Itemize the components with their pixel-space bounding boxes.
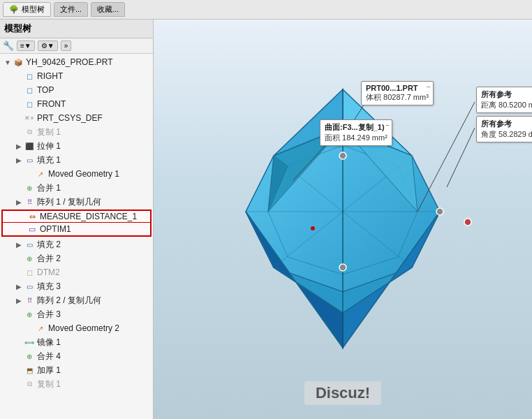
model-svg	[154, 20, 532, 419]
array-icon1: ⠿	[24, 196, 35, 207]
merge-icon4: ⊕	[24, 351, 35, 362]
tree-item-copy1[interactable]: ⧉ 复制 1	[0, 125, 153, 139]
left-panel: 模型树 🔧 ≡▼ ⚙▼ » ▼ 📦 YH_90426_PROE.PRT ◻ RI…	[0, 20, 154, 419]
all-ref-angle-title: 所有参考	[481, 119, 532, 129]
svg-point-25	[464, 219, 471, 226]
tree-item-fill3[interactable]: ▶ ▭ 填充 3	[0, 279, 153, 293]
expand-fill2[interactable]: ▶	[14, 241, 24, 249]
tab-file[interactable]: 文件...	[54, 2, 88, 17]
tab-bookmarks-label: 收藏...	[97, 4, 119, 15]
svg-marker-1	[268, 145, 418, 274]
label-fill2: 填充 2	[37, 239, 61, 251]
svg-marker-9	[246, 212, 343, 348]
root-icon: 📦	[13, 57, 24, 68]
tree-item-top[interactable]: ◻ TOP	[0, 83, 153, 97]
tree-icon: 🌳	[9, 5, 19, 14]
svg-point-23	[339, 264, 346, 271]
moved-icon2: ↗	[35, 323, 46, 334]
tab-model-tree[interactable]: 🌳 模型树	[3, 2, 51, 17]
svg-marker-14	[268, 156, 288, 212]
mirror-icon1: ⟺	[24, 337, 35, 348]
tab-bookmarks[interactable]: 收藏...	[91, 2, 125, 17]
merge-icon2: ⊕	[24, 253, 35, 264]
expand-extrude1[interactable]: ▶	[14, 142, 24, 150]
merge-icon1: ⊕	[24, 182, 35, 193]
tree-item-fill1[interactable]: ▶ ▭ 填充 1	[0, 153, 153, 167]
tree-item-moved-geo2[interactable]: ↗ Moved Geometry 2	[0, 321, 153, 335]
all-ref-dist-title: 所有参考	[481, 89, 532, 100]
label-merge3: 合并 3	[37, 309, 61, 321]
copy-icon2: ⧉	[24, 378, 35, 390]
annotation-prt-vol[interactable]: − PRT00...1.PRT 体积 80287.7 mm³	[361, 81, 434, 105]
tree-item-front[interactable]: ◻ FRONT	[0, 97, 153, 111]
label-fill1: 填充 1	[37, 154, 61, 166]
tree-filter-btn[interactable]: ⚙▼	[38, 41, 58, 51]
tree-title: 模型树	[4, 22, 31, 35]
fill-icon1: ▭	[24, 154, 35, 166]
fill-icon2: ▭	[24, 239, 35, 250]
expand-array1[interactable]: ▶	[14, 198, 24, 206]
optim-icon1: ▭	[27, 223, 38, 235]
tree-toolbar: 🔧 ≡▼ ⚙▼ »	[0, 38, 153, 54]
svg-line-20	[418, 102, 475, 212]
prt-vol-title: PRT00...1.PRT	[366, 84, 429, 92]
label-fill3: 填充 3	[37, 281, 61, 293]
label-merge2: 合并 2	[37, 253, 61, 265]
plane-icon-front: ◻	[24, 98, 35, 110]
tree-item-right[interactable]: ◻ RIGHT	[0, 69, 153, 83]
thicken-icon1: ⬒	[24, 365, 35, 376]
tree-header: 模型树	[0, 20, 153, 38]
expand-fill1[interactable]: ▶	[14, 156, 24, 164]
tree-item-csys[interactable]: ✕× PRT_CSYS_DEF	[0, 111, 153, 125]
label-right: RIGHT	[37, 71, 63, 81]
expand-fill3[interactable]: ▶	[14, 283, 24, 291]
annotation-all-ref-angle[interactable]: − 所有参考 角度 58.2829 deg	[476, 116, 532, 142]
tree-item-mirror1[interactable]: ⟺ 镜像 1	[0, 335, 153, 349]
label-array1: 阵列 1 / 复制几何	[37, 196, 101, 208]
annotation-surface-area[interactable]: − 曲面:F3...复制_1) 面积 184.249 mm²	[320, 119, 392, 146]
svg-marker-8	[274, 267, 412, 313]
viewport[interactable]: − PRT00...1.PRT 体积 80287.7 mm³ − 曲面:F3..…	[154, 20, 532, 419]
tree-item-measure1[interactable]: ⇔ MEASURE_DISTANCE_1	[1, 210, 152, 223]
tree-item-optim1[interactable]: ▭ OPTIM1	[1, 223, 152, 237]
tree-item-extrude1[interactable]: ▶ ⬛ 拉伸 1	[0, 139, 153, 153]
expand-array2[interactable]: ▶	[14, 297, 24, 304]
label-dtm2: DTM2	[37, 267, 60, 277]
tree-item-merge3[interactable]: ⊕ 合并 3	[0, 307, 153, 321]
tree-item-merge4[interactable]: ⊕ 合并 4	[0, 349, 153, 363]
label-copy1: 复制 1	[37, 126, 61, 138]
annotation-all-ref-dist[interactable]: − 所有参考 距离 80.5200 mm	[476, 87, 532, 113]
tree-item-merge2[interactable]: ⊕ 合并 2	[0, 251, 153, 265]
tree-item-merge1[interactable]: ⊕ 合并 1	[0, 181, 153, 195]
watermark: Discuz!	[304, 381, 381, 405]
label-thicken1: 加厚 1	[37, 365, 61, 376]
svg-marker-7	[343, 212, 440, 348]
close-surface-area[interactable]: −	[385, 122, 390, 129]
svg-marker-6	[246, 212, 343, 348]
tree-item-thicken1[interactable]: ⬒ 加厚 1	[0, 363, 153, 377]
svg-line-5	[274, 156, 412, 267]
tree-item-moved-geo1[interactable]: ↗ Moved Geometry 1	[0, 167, 153, 181]
label-copy2: 复制 1	[37, 378, 61, 390]
tree-item-dtm2[interactable]: ◻ DTM2	[0, 265, 153, 279]
fill-icon3: ▭	[24, 281, 35, 292]
red-dot	[311, 226, 315, 230]
extrude-icon1: ⬛	[24, 140, 35, 152]
tree-expand-btn[interactable]: »	[61, 41, 72, 51]
tree-item-fill2[interactable]: ▶ ▭ 填充 2	[0, 237, 153, 251]
all-ref-angle-value: 角度 58.2829 deg	[481, 129, 532, 140]
tree-item-copy2[interactable]: ⧉ 复制 1	[0, 377, 153, 391]
tree-settings-btn[interactable]: ≡▼	[17, 41, 35, 51]
tree-item-array1[interactable]: ▶ ⠿ 阵列 1 / 复制几何	[0, 195, 153, 209]
label-top: TOP	[37, 85, 54, 95]
label-optim1: OPTIM1	[40, 224, 71, 234]
merge-icon3: ⊕	[24, 309, 35, 320]
root-label: YH_90426_PROE.PRT	[26, 57, 113, 67]
expand-root[interactable]: ▼	[3, 59, 13, 66]
label-front: FRONT	[37, 99, 66, 109]
close-prt-vol[interactable]: −	[427, 83, 431, 91]
tree-item-root[interactable]: ▼ 📦 YH_90426_PROE.PRT	[0, 55, 153, 69]
watermark-text: Discuz!	[316, 384, 370, 402]
svg-point-22	[339, 152, 346, 159]
tree-item-array2[interactable]: ▶ ⠿ 阵列 2 / 复制几何	[0, 293, 153, 307]
